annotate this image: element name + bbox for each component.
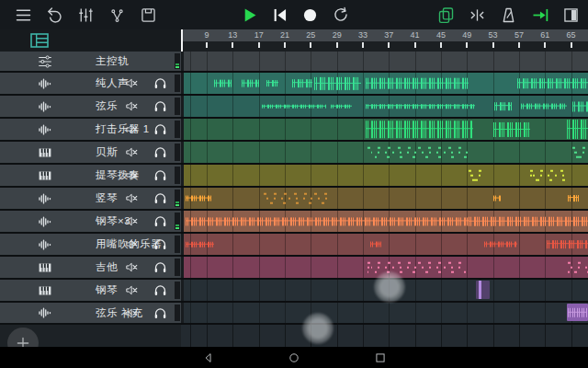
track-header-1[interactable]: 纯人声 — [0, 73, 181, 96]
solo-headphone-button[interactable] — [148, 97, 172, 117]
mute-button[interactable] — [119, 303, 143, 323]
record-button[interactable] — [298, 3, 322, 28]
back-nav-button[interactable] — [197, 351, 220, 365]
recents-nav-button[interactable] — [368, 351, 392, 365]
blockwave-clip[interactable] — [567, 304, 588, 321]
envelope-button[interactable] — [105, 3, 130, 28]
track-header-6[interactable]: 竖琴 — [0, 188, 181, 211]
timeline-ruler[interactable]: 91317212529333741454953576165 — [181, 29, 588, 52]
wave-clip[interactable] — [567, 120, 588, 140]
wave-clip[interactable] — [484, 241, 517, 247]
wave-clip[interactable] — [517, 78, 588, 89]
wave-clip[interactable] — [242, 79, 259, 87]
track-header-10[interactable]: 钢琴 — [0, 280, 181, 303]
track-lane-6[interactable] — [181, 188, 588, 211]
menu-button[interactable] — [11, 3, 36, 28]
track-lane-2[interactable] — [181, 96, 588, 119]
snap-button[interactable] — [465, 3, 490, 28]
wave-clip[interactable] — [214, 79, 232, 87]
undo-button[interactable] — [42, 3, 67, 28]
wave-clip[interactable] — [366, 121, 473, 139]
home-nav-button[interactable] — [282, 351, 306, 365]
wave-clip[interactable] — [370, 241, 381, 247]
wave-clip[interactable] — [314, 76, 361, 89]
track-header-11[interactable]: 弦乐 补充 — [0, 303, 181, 325]
mute-button[interactable] — [119, 212, 143, 232]
track-lane-master[interactable] — [181, 52, 588, 73]
solo-headphone-button[interactable] — [148, 120, 172, 140]
panel-toggle-button[interactable] — [559, 3, 583, 28]
wave-clip[interactable] — [568, 195, 579, 202]
track-header-9[interactable]: 吉他 — [0, 257, 181, 280]
track-lane-1[interactable] — [181, 73, 588, 96]
skip-to-start-button[interactable] — [267, 3, 292, 28]
solo-headphone-button[interactable] — [148, 281, 172, 301]
wave-clip[interactable] — [493, 121, 530, 136]
solo-headphone-button[interactable] — [148, 258, 172, 278]
follow-playhead-button[interactable] — [527, 3, 552, 28]
wave-clip[interactable] — [186, 241, 214, 247]
mute-button[interactable] — [119, 235, 143, 255]
play-button[interactable] — [237, 3, 262, 28]
track-lane-4[interactable] — [181, 142, 588, 165]
block-clip[interactable] — [476, 281, 490, 299]
metronome-button[interactable] — [496, 3, 521, 28]
track-lane-11[interactable] — [181, 303, 588, 325]
track-lane-8[interactable] — [181, 234, 588, 257]
notes-clip[interactable] — [368, 259, 466, 275]
track-header-master[interactable]: 主控轨 — [0, 52, 181, 73]
track-lane-5[interactable] — [181, 165, 588, 188]
track-header-3[interactable]: 打击乐器 1 — [0, 119, 181, 142]
wave-clip[interactable] — [494, 102, 512, 111]
mixer-button[interactable] — [74, 3, 98, 28]
mute-button[interactable] — [119, 258, 143, 278]
mute-button[interactable] — [119, 143, 143, 163]
save-button[interactable] — [136, 3, 161, 28]
notes-clip[interactable] — [568, 259, 588, 275]
notes-clip[interactable] — [469, 167, 484, 183]
clone-button[interactable] — [434, 3, 458, 28]
wave-clip[interactable] — [521, 103, 567, 109]
track-header-8[interactable]: 用嘴吹的乐器 — [0, 234, 181, 257]
track-view-toggle[interactable] — [28, 31, 51, 50]
track-header-4[interactable]: 贝斯 — [0, 142, 181, 165]
wave-clip[interactable] — [469, 216, 588, 226]
mute-button[interactable] — [119, 120, 143, 140]
wave-clip[interactable] — [186, 217, 469, 225]
solo-headphone-button[interactable] — [148, 166, 172, 186]
wave-clip[interactable] — [292, 79, 312, 88]
track-header-5[interactable]: 提琴拨奏 — [0, 165, 181, 188]
mute-button[interactable] — [119, 189, 143, 209]
solo-headphone-button[interactable] — [148, 189, 172, 209]
wave-clip[interactable] — [493, 195, 501, 201]
track-lane-3[interactable] — [181, 119, 588, 142]
solo-headphone-button[interactable] — [148, 235, 172, 255]
wave-clip[interactable] — [186, 195, 211, 201]
notes-clip[interactable] — [530, 167, 570, 183]
ruler-tick — [362, 42, 364, 48]
track-lane-9[interactable] — [181, 257, 588, 280]
notes-clip[interactable] — [572, 144, 588, 160]
wave-clip[interactable] — [331, 104, 352, 109]
mute-button[interactable] — [119, 97, 143, 117]
solo-headphone-button[interactable] — [148, 303, 172, 323]
track-lane-10[interactable] — [181, 280, 588, 303]
wave-clip[interactable] — [547, 240, 588, 249]
solo-headphone-button[interactable] — [148, 143, 172, 163]
notes-clip[interactable] — [368, 144, 469, 160]
track-lane-7[interactable] — [181, 211, 588, 234]
wave-clip[interactable] — [266, 80, 278, 87]
wave-clip[interactable] — [366, 104, 475, 109]
notes-clip[interactable] — [264, 190, 328, 206]
track-header-7[interactable]: 钢琴×3 — [0, 211, 181, 234]
track-header-2[interactable]: 弦乐 — [0, 96, 181, 119]
solo-headphone-button[interactable] — [148, 212, 172, 232]
mute-button[interactable] — [119, 166, 143, 186]
wave-clip[interactable] — [262, 104, 326, 109]
solo-headphone-button[interactable] — [148, 74, 172, 94]
mute-button[interactable] — [119, 281, 143, 301]
mute-button[interactable] — [119, 74, 143, 94]
loop-button[interactable] — [328, 3, 353, 28]
wave-clip[interactable] — [572, 101, 588, 111]
wave-clip[interactable] — [366, 77, 469, 89]
